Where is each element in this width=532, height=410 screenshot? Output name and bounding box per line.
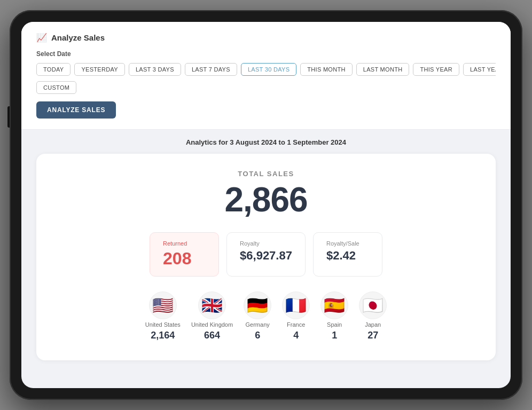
stat-label-royalty: Royalty [240, 240, 260, 247]
second-row-buttons: CUSTOM [36, 81, 496, 94]
tablet-frame: 📈 Analyze Sales Select Date TODAYYESTERD… [10, 10, 522, 400]
stat-value-returned: 208 [163, 249, 191, 269]
country-name-us: United States [145, 321, 181, 328]
date-btn-last30days[interactable]: LAST 30 DAYS [241, 63, 296, 76]
chart-icon: 📈 [36, 33, 47, 43]
country-name-es: Spain [327, 321, 342, 328]
country-name-jp: Japan [365, 321, 381, 328]
country-item-fr: 🇫🇷France4 [282, 291, 310, 341]
app-title-row: 📈 Analyze Sales [36, 33, 496, 43]
select-date-label: Select Date [36, 50, 496, 58]
country-count-fr: 4 [293, 330, 299, 341]
analyze-sales-button[interactable]: ANALYZE SALES [36, 101, 116, 119]
tablet-screen: 📈 Analyze Sales Select Date TODAYYESTERD… [21, 22, 511, 388]
flag-jp: 🇯🇵 [359, 291, 387, 319]
flag-uk: 🇬🇧 [198, 291, 226, 319]
total-sales-value: 2,866 [224, 180, 307, 219]
country-name-fr: France [287, 321, 305, 328]
top-section: 📈 Analyze Sales Select Date TODAYYESTERD… [21, 22, 511, 130]
date-btn-thismonth[interactable]: THIS MONTH [300, 63, 352, 76]
country-count-jp: 27 [367, 330, 378, 341]
total-sales-label: TOTAL SALES [238, 170, 294, 178]
flag-fr: 🇫🇷 [282, 291, 310, 319]
country-item-us: 🇺🇸United States2,164 [145, 291, 181, 341]
stat-box-royaltysale: Royalty/Sale$2.42 [313, 232, 382, 277]
date-btn-thisyear[interactable]: THIS YEAR [413, 63, 459, 76]
date-buttons-row: TODAYYESTERDAYLAST 3 DAYSLAST 7 DAYSLAST… [36, 63, 496, 76]
date-btn-yesterday[interactable]: YESTERDAY [74, 63, 125, 76]
date-btn-lastyear[interactable]: LAST YEA… [463, 63, 496, 76]
country-count-es: 1 [332, 330, 337, 341]
flag-es: 🇪🇸 [320, 291, 348, 319]
countries-row: 🇺🇸United States2,164🇬🇧United Kingdom664🇩… [145, 291, 387, 341]
date-btn-today[interactable]: TODAY [36, 63, 71, 76]
country-item-uk: 🇬🇧United Kingdom664 [191, 291, 233, 341]
analytics-period: Analytics for 3 August 2024 to 1 Septemb… [186, 130, 346, 154]
stat-label-royaltysale: Royalty/Sale [326, 240, 359, 247]
country-name-uk: United Kingdom [191, 321, 233, 328]
date-btn-lastmonth[interactable]: LAST MONTH [356, 63, 410, 76]
country-name-de: Germany [246, 321, 270, 328]
flag-de: 🇩🇪 [244, 291, 271, 319]
stat-value-royaltysale: $2.42 [326, 249, 356, 263]
country-count-us: 2,164 [151, 330, 175, 341]
app-title: Analyze Sales [51, 33, 105, 42]
analytics-card: TOTAL SALES 2,866 Returned208Royalty$6,9… [36, 154, 496, 360]
country-count-uk: 664 [204, 330, 220, 341]
date-btn-custom[interactable]: CUSTOM [36, 81, 76, 94]
country-item-jp: 🇯🇵Japan27 [359, 291, 387, 341]
date-btn-last3days[interactable]: LAST 3 DAYS [129, 63, 181, 76]
country-item-es: 🇪🇸Spain1 [320, 291, 348, 341]
stat-box-royalty: Royalty$6,927.87 [226, 232, 306, 277]
stats-row: Returned208Royalty$6,927.87Royalty/Sale$… [58, 232, 474, 277]
country-item-de: 🇩🇪Germany6 [244, 291, 271, 341]
stat-box-returned: Returned208 [150, 232, 219, 277]
main-content: Analytics for 3 August 2024 to 1 Septemb… [21, 130, 511, 388]
country-count-de: 6 [255, 330, 260, 341]
stat-value-royalty: $6,927.87 [240, 249, 292, 263]
flag-us: 🇺🇸 [149, 291, 177, 319]
date-btn-last7days[interactable]: LAST 7 DAYS [185, 63, 237, 76]
stat-label-returned: Returned [163, 240, 187, 247]
